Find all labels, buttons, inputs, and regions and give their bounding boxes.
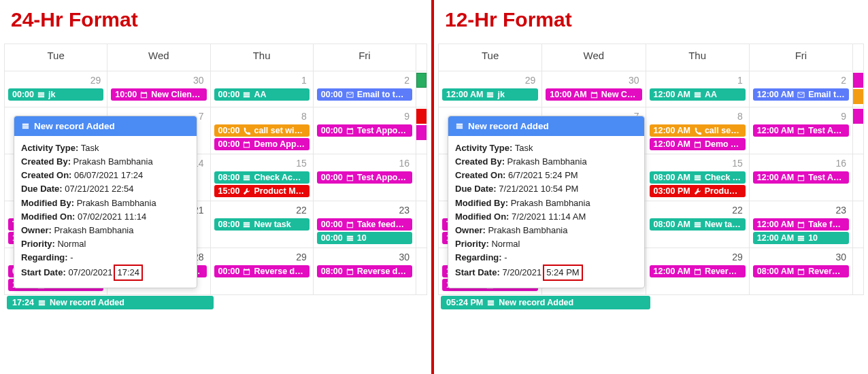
calendar-event[interactable]: 10:00 AMNew Clien... — [546, 88, 641, 101]
overflow-strip[interactable] — [416, 125, 427, 140]
day-cell[interactable]: 2312:00 AMTake feedback12:00 AM10 — [749, 201, 852, 248]
calendar-event[interactable]: 12:00 AM10 — [753, 232, 849, 244]
overflow-cell — [416, 107, 427, 154]
mail-icon — [346, 90, 354, 99]
day-cell[interactable]: 812:00 AMcall set wit...12:00 AMDemo Ap.… — [646, 107, 749, 154]
day-cell[interactable]: 2300:00Take feedback00:0010 — [313, 201, 416, 248]
calendar-event[interactable]: 00:00call set with cli... — [214, 124, 310, 137]
calendar-event[interactable]: 12:00 AMjk — [442, 88, 538, 101]
event-spanning-new-record[interactable]: 05:24 PM New record Added — [441, 296, 650, 309]
calendar-event[interactable]: 12:00 AMTake feedback — [753, 218, 849, 231]
day-cell[interactable]: 912:00 AMTest Appo... — [749, 107, 852, 154]
calendar-event[interactable]: 08:00 AMNew task — [650, 218, 746, 231]
calendar-event[interactable]: 00:00AA — [214, 88, 310, 101]
event-label: New task — [705, 220, 741, 229]
calendar-event[interactable]: 12:00 AMTest Appo... — [753, 171, 849, 184]
value-activity-type: Task — [81, 143, 99, 153]
cal-icon — [797, 267, 805, 276]
day-header: Wed — [107, 44, 210, 71]
event-time: 12:00 AM — [757, 90, 794, 99]
tooltip-body: Activity Type: Task Created By: Prakash … — [448, 136, 644, 288]
event-time: 08:00 — [218, 220, 240, 229]
calendar-event[interactable]: 00:0010 — [317, 232, 412, 244]
calendar-event[interactable]: 10:00New Client m... — [111, 88, 206, 101]
value-modified-by: Prakash Bambhania — [511, 198, 590, 208]
calendar-event[interactable]: 00:00Test Appoint... — [317, 124, 412, 137]
cal-icon — [139, 90, 148, 99]
day-cell[interactable]: 2208:00New task — [210, 201, 313, 248]
calendar-event[interactable]: 12:00 AMTest Appo... — [753, 124, 849, 137]
value-priority: Normal — [57, 239, 86, 249]
calendar-event[interactable]: 08:00Check Accoun... — [214, 171, 310, 184]
list-icon — [486, 90, 495, 99]
day-cell[interactable]: 2912:00 AMjk — [439, 71, 542, 107]
overflow-strip[interactable] — [853, 73, 863, 88]
overflow-cell — [853, 154, 864, 201]
calendar-event[interactable]: 00:00Demo Appoin... — [214, 138, 310, 150]
day-header: Fri — [749, 44, 852, 71]
calendar-event[interactable]: 12:00 AMcall set wit... — [650, 124, 746, 137]
day-cell[interactable]: 1508:00 AMCheck Ac...03:00 PMProduct ... — [646, 154, 749, 201]
day-cell[interactable]: 1508:00Check Accoun...15:00Product Main.… — [210, 154, 313, 201]
day-cell[interactable]: 1600:00Test Appoint... — [313, 154, 416, 201]
calendar-event[interactable]: 00:00Test Appoint... — [317, 171, 412, 184]
overflow-strip[interactable] — [853, 89, 863, 104]
day-cell[interactable]: 2900:00Reverse data ... — [210, 248, 313, 295]
day-header: Wed — [542, 44, 646, 71]
overflow-strip[interactable] — [416, 73, 427, 88]
tooltip-title: New record Added — [34, 121, 115, 131]
day-header: Thu — [210, 44, 313, 71]
calendar-event[interactable]: 15:00Product Main... — [214, 185, 310, 197]
tooltip-12hr: New record Added Activity Type: Task Cre… — [448, 116, 645, 288]
day-cell[interactable]: 100:00AA — [210, 71, 313, 107]
day-cell[interactable]: 2208:00 AMNew task — [646, 201, 749, 248]
calendar-event[interactable]: 00:00Email to team... — [317, 88, 412, 101]
day-cell[interactable]: 3010:00New Client m... — [107, 71, 210, 107]
event-spanning-new-record[interactable]: 17:24 New record Added — [7, 296, 214, 309]
day-cell[interactable]: 112:00 AMAA — [646, 71, 749, 107]
title-12hr: 12-Hr Format — [445, 8, 864, 31]
overflow-strip[interactable] — [416, 109, 427, 124]
event-label: Reverse d... — [705, 267, 741, 276]
value-owner: Prakash Bambhania — [54, 225, 133, 235]
calendar-event[interactable]: 12:00 AMReverse d... — [650, 265, 746, 277]
calendar-event[interactable]: 12:00 AMDemo Ap... — [650, 138, 746, 150]
overflow-strip[interactable] — [853, 109, 863, 124]
calendar-event[interactable]: 08:00Reverse data ... — [317, 265, 412, 277]
day-cell[interactable]: 200:00Email to team... — [313, 71, 416, 107]
label-owner: Owner: — [455, 225, 486, 235]
day-cell[interactable]: 2912:00 AMReverse d... — [646, 248, 749, 295]
calendar-event[interactable]: 08:00 AMCheck Ac... — [650, 171, 746, 184]
calendar-event[interactable]: 12:00 AMAA — [650, 88, 746, 101]
event-time: 08:00 AM — [654, 173, 690, 182]
day-number: 30 — [314, 249, 415, 264]
day-cell[interactable]: 3008:00 AMReverse d... — [749, 248, 852, 295]
event-time: 00:00 — [218, 126, 240, 135]
event-time: 15:00 — [218, 186, 240, 196]
event-label: Test Appoint... — [357, 126, 408, 135]
calendar-event[interactable]: 08:00New task — [214, 218, 310, 231]
calendar-event[interactable]: 00:00jk — [8, 88, 103, 101]
event-label: New task — [254, 220, 305, 229]
list-icon — [797, 234, 805, 243]
day-cell[interactable]: 2900:00jk — [5, 71, 107, 107]
day-cell[interactable]: 900:00Test Appoint... — [313, 107, 416, 154]
day-number: 2 — [314, 72, 415, 87]
day-cell[interactable]: 3008:00Reverse data ... — [313, 248, 416, 295]
event-label: jk — [48, 90, 99, 99]
label-created-by: Created By: — [455, 156, 505, 167]
day-cell[interactable]: 212:00 AMEmail to t... — [749, 71, 852, 107]
phone-icon — [242, 126, 251, 135]
calendar-event[interactable]: 08:00 AMReverse d... — [753, 265, 849, 277]
calendar-event[interactable]: 03:00 PMProduct ... — [650, 185, 746, 197]
event-time: 08:00 AM — [757, 267, 794, 276]
value-start-date-highlight: 17:24 — [114, 265, 143, 281]
calendar-event[interactable]: 00:00Reverse data ... — [214, 265, 310, 277]
day-cell[interactable]: 800:00call set with cli...00:00Demo Appo… — [210, 107, 313, 154]
day-cell[interactable]: 1612:00 AMTest Appo... — [749, 154, 852, 201]
calendar-event[interactable]: 12:00 AMEmail to t... — [753, 88, 849, 101]
day-cell[interactable]: 3010:00 AMNew Clien... — [542, 71, 646, 107]
value-regarding: - — [70, 252, 73, 262]
label-activity-type: Activity Type: — [21, 143, 78, 153]
calendar-event[interactable]: 00:00Take feedback — [317, 218, 412, 231]
